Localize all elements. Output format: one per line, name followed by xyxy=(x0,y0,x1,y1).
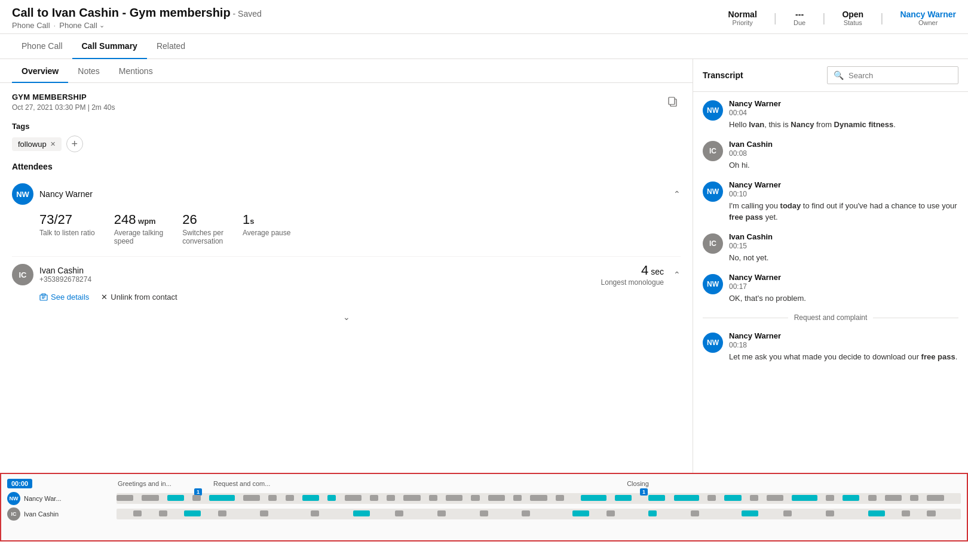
tag-remove[interactable]: ✕ xyxy=(50,140,56,148)
due-meta: --- Due xyxy=(794,10,805,26)
sub-type2-dropdown[interactable]: Phone Call ⌄ xyxy=(59,21,105,30)
header-subtitle: Phone Call · Phone Call ⌄ xyxy=(12,21,262,30)
tab-phone-call[interactable]: Phone Call xyxy=(12,34,72,59)
sub-type2: Phone Call xyxy=(59,21,97,30)
msg-avatar-nw-1: NW xyxy=(703,100,723,121)
attendee-nancy-info: NW Nancy Warner xyxy=(12,183,93,205)
track-ivan: IC Ivan Cashin xyxy=(7,507,961,521)
transcript-msg-1: NW Nancy Warner 00:04 Hello Ivan, this i… xyxy=(703,99,958,130)
stat-switches: 26 Switches perconversation xyxy=(182,212,223,245)
dot-separator: · xyxy=(54,21,56,30)
track-avatar-nancy: NW xyxy=(7,492,20,505)
unlink-button[interactable]: ✕ Unlink from contact xyxy=(101,293,177,301)
svg-rect-1 xyxy=(669,97,675,104)
priority-value: Normal xyxy=(728,10,757,19)
stat-pause: 1s Average pause xyxy=(243,212,291,245)
attendees-label: Attendees xyxy=(12,162,681,171)
track-name-ivan: Ivan Cashin xyxy=(24,510,59,518)
attendee-nancy-header: NW Nancy Warner ⌃ xyxy=(12,183,681,205)
section-divider-request: Request and complaint xyxy=(703,313,958,322)
time-badge: 00:00 xyxy=(7,479,32,488)
msg-text-2: Oh hi. xyxy=(729,160,773,171)
avatar-nancy: NW xyxy=(12,183,33,205)
msg-time-6: 00:18 xyxy=(729,341,957,349)
avatar-ivan: IC xyxy=(12,264,33,285)
msg-time-1: 00:04 xyxy=(729,109,896,117)
ivan-collapse-button[interactable]: ⌃ xyxy=(673,270,681,279)
owner-value[interactable]: Nancy Warner xyxy=(900,10,956,19)
tags-section: Tags followup ✕ + xyxy=(12,122,681,152)
priority-meta: Normal Priority xyxy=(728,10,757,26)
transcript-title: Transcript xyxy=(703,70,743,80)
section-closing-label: Closing xyxy=(315,479,961,487)
add-tag-button[interactable]: + xyxy=(66,136,83,152)
nancy-collapse-button[interactable]: ⌃ xyxy=(673,189,681,199)
tags-row: followup ✕ + xyxy=(12,136,681,152)
see-details-button[interactable]: See details xyxy=(39,293,89,301)
nancy-name: Nancy Warner xyxy=(39,189,93,199)
ivan-info: Ivan Cashin +353892678274 xyxy=(39,266,91,284)
tag-label: followup xyxy=(18,140,47,149)
attendees-section: Attendees NW Nancy Warner ⌃ 73/27 xyxy=(12,162,681,327)
expand-section-button[interactable]: ⌄ xyxy=(12,307,681,327)
sub-tab-mentions[interactable]: Mentions xyxy=(109,59,163,83)
status-meta: Open Status xyxy=(842,10,863,26)
sub-type1: Phone Call xyxy=(12,21,50,30)
separator-3: | xyxy=(880,11,883,25)
msg-avatar-ic-1: IC xyxy=(703,141,723,161)
bottom-timeline: 00:00 Greetings and in... Request and co… xyxy=(0,473,968,541)
search-input[interactable] xyxy=(848,71,952,80)
msg-text-4: No, not yet. xyxy=(729,253,773,263)
action-links: See details ✕ Unlink from contact xyxy=(12,287,681,301)
track-avatar-ivan: IC xyxy=(7,507,20,521)
divider-line-left xyxy=(703,318,788,318)
track-badge-2: 1 xyxy=(640,488,648,496)
search-box[interactable]: 🔍 xyxy=(827,66,958,84)
msg-time-2: 00:08 xyxy=(729,149,773,158)
header-right: Normal Priority | --- Due | Open Status … xyxy=(728,10,956,26)
priority-label: Priority xyxy=(733,19,753,26)
section-greetings-label: Greetings and in... xyxy=(118,479,213,487)
tab-call-summary[interactable]: Call Summary xyxy=(72,34,147,59)
tab-related[interactable]: Related xyxy=(147,34,195,59)
transcript-msg-4: IC Ivan Cashin 00:15 No, not yet. xyxy=(703,232,958,263)
msg-text-6: Let me ask you what made you decide to d… xyxy=(729,352,957,362)
stat-switches-label: Switches perconversation xyxy=(182,229,223,245)
unlink-icon: ✕ xyxy=(101,293,108,301)
msg-time-4: 00:15 xyxy=(729,242,773,250)
sub-tab-notes[interactable]: Notes xyxy=(68,59,109,83)
msg-avatar-ic-2: IC xyxy=(703,233,723,254)
left-panel: Overview Notes Mentions GYM MEMBERSHIP O… xyxy=(0,59,693,473)
overview-content: GYM MEMBERSHIP Oct 27, 2021 03:30 PM | 2… xyxy=(0,83,693,336)
transcript-header: Transcript 🔍 xyxy=(693,59,968,92)
stat-talk-ratio-label: Talk to listen ratio xyxy=(39,229,95,237)
divider-line-right xyxy=(873,318,958,318)
unlink-label: Unlink from contact xyxy=(111,293,177,301)
stat-pause-label: Average pause xyxy=(243,229,291,237)
page-title: Call to Ivan Cashin - Gym membership - S… xyxy=(12,6,262,20)
owner-meta: Nancy Warner Owner xyxy=(900,10,956,26)
right-panel: Transcript 🔍 NW Nancy Warner 00:04 Hello… xyxy=(693,59,968,473)
timeline-tracks: NW Nancy War... 1 xyxy=(1,490,967,521)
tags-label: Tags xyxy=(12,122,681,131)
transcript-msg-6: NW Nancy Warner 00:18 Let me ask you wha… xyxy=(703,331,958,362)
attendee-nancy: NW Nancy Warner ⌃ 73/27 Talk to listen r… xyxy=(12,177,681,256)
section-header: GYM MEMBERSHIP Oct 27, 2021 03:30 PM | 2… xyxy=(12,93,681,112)
stat-wpm: 248 wpm Average talkingspeed xyxy=(114,212,164,245)
transcript-msg-5: NW Nancy Warner 00:17 OK, that's no prob… xyxy=(703,273,958,304)
msg-avatar-nw-2: NW xyxy=(703,181,723,202)
separator-2: | xyxy=(822,11,825,25)
track-bar-nancy: 1 xyxy=(117,493,961,504)
sub-tab-overview[interactable]: Overview xyxy=(12,59,68,83)
see-details-label: See details xyxy=(51,293,89,301)
nancy-stats: 73/27 Talk to listen ratio 248 wpm Avera… xyxy=(12,205,681,250)
msg-name-3: Nancy Warner xyxy=(729,180,958,189)
msg-time-5: 00:17 xyxy=(729,282,806,291)
details-icon xyxy=(39,293,48,301)
track-bar-ivan xyxy=(117,509,961,519)
attendee-ivan: IC Ivan Cashin +353892678274 4 sec Longe… xyxy=(12,256,681,307)
copy-button[interactable] xyxy=(665,94,681,112)
track-label-nancy: NW Nancy War... xyxy=(7,492,112,505)
transcript-msg-3: NW Nancy Warner 00:10 I'm calling you to… xyxy=(703,180,958,222)
divider-text-request: Request and complaint xyxy=(794,313,868,322)
